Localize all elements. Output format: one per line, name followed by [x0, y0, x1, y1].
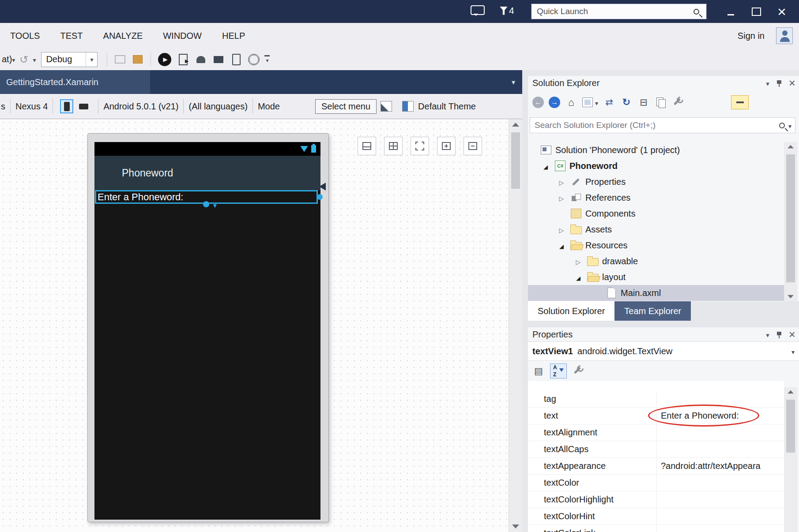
scope-icon[interactable] — [582, 97, 593, 107]
tree-item-references[interactable]: References — [528, 190, 784, 206]
start-debugging-button[interactable] — [158, 53, 171, 66]
expander-expanded-icon[interactable] — [538, 161, 554, 171]
menu-tools[interactable]: TOOLS — [0, 31, 50, 41]
expander-collapsed-icon[interactable] — [554, 193, 569, 203]
panel-menu-chevron-icon[interactable] — [766, 78, 769, 88]
scrollbar-thumb[interactable] — [511, 132, 520, 189]
sign-in-avatar-icon[interactable] — [776, 27, 793, 44]
run-on-device-icon[interactable] — [177, 53, 190, 66]
categorized-icon[interactable] — [532, 365, 545, 377]
menu-test[interactable]: TEST — [50, 31, 93, 41]
selection-anchor-handle[interactable] — [203, 201, 209, 207]
tree-item-main-axml[interactable]: Main.axml — [528, 285, 784, 301]
sign-in-link[interactable]: Sign in — [738, 31, 765, 41]
debug-configuration-dropdown[interactable]: Debug — [41, 52, 98, 67]
package-icon[interactable] — [131, 53, 144, 66]
scroll-down-icon[interactable] — [512, 525, 519, 528]
preview-selected-items-toggle[interactable] — [731, 95, 749, 109]
properties-wrench-icon[interactable] — [672, 96, 684, 109]
quick-launch-input[interactable] — [531, 7, 693, 16]
device-options-icon[interactable] — [247, 53, 260, 66]
action-bar-shade-icon[interactable] — [381, 101, 392, 112]
minimize-button[interactable] — [718, 2, 743, 21]
menu-analyze[interactable]: ANALYZE — [93, 31, 153, 41]
maximize-button[interactable] — [743, 2, 769, 21]
tree-item-components[interactable]: Components — [528, 206, 784, 221]
document-vertical-scrollbar[interactable] — [509, 119, 522, 532]
screenshot-icon[interactable] — [212, 53, 225, 66]
notifications-filter[interactable]: 4 — [500, 5, 514, 16]
zoom-out-button[interactable] — [464, 137, 482, 155]
close-button[interactable] — [769, 2, 795, 21]
scrollbar-thumb[interactable] — [786, 400, 795, 453]
tree-item-resources[interactable]: Resources — [528, 237, 784, 253]
landscape-orientation-button[interactable] — [75, 99, 91, 113]
device-portrait-icon[interactable] — [230, 53, 243, 66]
quick-launch-box[interactable] — [531, 4, 707, 19]
toolbar-overflow-icon[interactable] — [264, 55, 270, 64]
mode-label[interactable]: Mode — [258, 101, 280, 112]
tree-item-solution[interactable]: Solution 'Phoneword' (1 project) — [528, 142, 784, 158]
back-icon[interactable] — [532, 97, 544, 108]
android-version-selector[interactable]: Android 5.0.1 (v21) — [103, 101, 178, 112]
theme-selector[interactable]: Default Theme — [418, 101, 476, 112]
sort-alphabetical-icon[interactable] — [550, 363, 567, 378]
zoom-selection-button[interactable] — [411, 137, 429, 155]
device-selector[interactable]: Nexus 4 — [15, 101, 48, 112]
scroll-up-icon[interactable] — [788, 145, 794, 149]
chevron-down-icon[interactable] — [788, 120, 791, 131]
portrait-orientation-button[interactable] — [60, 99, 73, 113]
pin-icon[interactable] — [776, 331, 782, 338]
menu-window[interactable]: WINDOW — [153, 31, 212, 41]
tree-item-layout[interactable]: layout — [528, 269, 784, 285]
tree-item-drawable[interactable]: drawable — [528, 253, 784, 269]
chevron-down-icon[interactable] — [33, 54, 36, 64]
chevron-down-icon[interactable] — [12, 54, 15, 64]
sync-active-document-icon[interactable] — [603, 96, 615, 109]
attach-debugger-icon[interactable] — [113, 53, 127, 66]
navigate-back-icon[interactable] — [17, 53, 30, 66]
home-icon[interactable] — [565, 96, 577, 109]
chevron-down-icon[interactable] — [791, 346, 795, 356]
expander-expanded-icon[interactable] — [570, 272, 586, 282]
menu-help[interactable]: HELP — [212, 31, 255, 41]
zoom-in-button[interactable] — [437, 137, 456, 155]
fit-page-button[interactable] — [358, 137, 376, 155]
panel-menu-chevron-icon[interactable] — [766, 330, 769, 340]
properties-scrollbar[interactable] — [784, 387, 797, 532]
tab-solution-explorer[interactable]: Solution Explorer — [528, 301, 614, 321]
grid-view-button[interactable] — [384, 137, 403, 155]
tree-item-properties[interactable]: Properties — [528, 174, 784, 190]
select-menu-button[interactable]: Select menu — [315, 99, 377, 114]
close-icon[interactable] — [789, 329, 795, 341]
feedback-comment-icon[interactable] — [471, 5, 485, 15]
phone-screen[interactable]: Phoneword Enter a Phoneword: — [94, 142, 320, 520]
scroll-up-icon[interactable] — [788, 390, 794, 394]
show-all-files-icon[interactable] — [655, 96, 667, 109]
tree-item-assets[interactable]: Assets — [528, 221, 784, 237]
expander-expanded-icon[interactable] — [554, 240, 569, 251]
expander-collapsed-icon[interactable] — [570, 256, 586, 266]
scroll-up-icon[interactable] — [512, 123, 519, 127]
chevron-down-icon[interactable] — [595, 97, 598, 108]
close-icon[interactable] — [789, 77, 795, 89]
android-emulator-icon[interactable] — [194, 53, 207, 66]
anchor-chevron-icon[interactable] — [212, 200, 218, 210]
tab-team-explorer[interactable]: Team Explorer — [614, 301, 691, 321]
tab-list-chevron-icon[interactable] — [512, 70, 515, 94]
selection-resize-handle[interactable] — [317, 194, 323, 200]
emulator-dropdown-cropped[interactable]: at) — [2, 54, 12, 64]
collapse-all-icon[interactable] — [637, 96, 650, 109]
document-tab[interactable]: GettingStarted.Xamarin — [0, 70, 150, 94]
expander-collapsed-icon[interactable] — [554, 177, 569, 187]
tree-item-phoneword[interactable]: Phoneword — [528, 158, 784, 174]
property-pages-wrench-icon[interactable] — [572, 365, 584, 377]
forward-icon[interactable] — [549, 97, 560, 108]
theme-swatch-icon[interactable] — [402, 101, 414, 112]
solution-search-input[interactable] — [530, 120, 779, 130]
solution-explorer-scrollbar[interactable] — [784, 142, 797, 301]
designer-canvas[interactable]: Phoneword Enter a Phoneword: — [0, 119, 522, 532]
scroll-down-icon[interactable] — [788, 295, 794, 299]
expander-collapsed-icon[interactable] — [554, 225, 569, 235]
solution-search-box[interactable] — [530, 117, 795, 133]
